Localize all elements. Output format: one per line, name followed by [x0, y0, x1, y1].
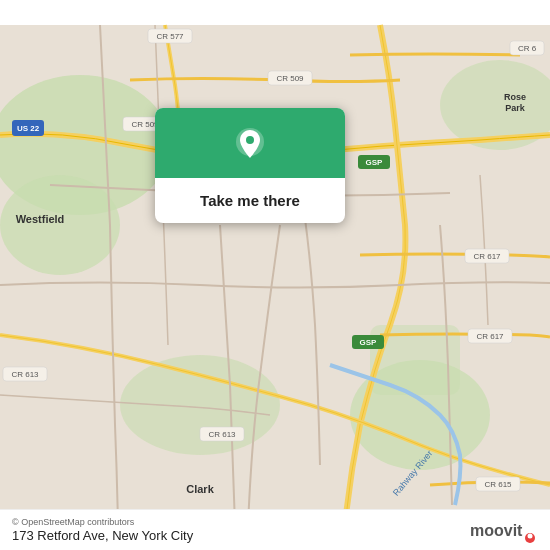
- svg-text:Westfield: Westfield: [16, 213, 65, 225]
- svg-point-42: [528, 534, 533, 539]
- svg-text:CR 613: CR 613: [11, 370, 39, 379]
- svg-text:CR 509: CR 509: [276, 74, 304, 83]
- popup-green-header: [155, 108, 345, 178]
- svg-text:CR 615: CR 615: [484, 480, 512, 489]
- bottom-bar: © OpenStreetMap contributors 173 Retford…: [0, 509, 550, 550]
- svg-point-2: [0, 175, 120, 275]
- svg-text:CR 613: CR 613: [208, 430, 236, 439]
- svg-text:moovit: moovit: [470, 522, 523, 539]
- location-popup: Take me there: [155, 108, 345, 223]
- location-pin-icon: [231, 126, 269, 164]
- svg-text:Rose: Rose: [504, 92, 526, 102]
- svg-text:CR 577: CR 577: [156, 32, 184, 41]
- svg-text:Clark: Clark: [186, 483, 214, 495]
- svg-text:Park: Park: [505, 103, 526, 113]
- map-container: CR 577 US 22 CR 509 CR 509 CR 6 GSP GSP …: [0, 0, 550, 550]
- svg-text:GSP: GSP: [366, 158, 384, 167]
- svg-text:CR 617: CR 617: [476, 332, 504, 341]
- moovit-logo-svg: moovit: [468, 516, 538, 544]
- osm-attribution: © OpenStreetMap contributors: [12, 517, 193, 527]
- svg-point-38: [246, 136, 254, 144]
- take-me-there-button[interactable]: Take me there: [192, 190, 308, 211]
- svg-text:US 22: US 22: [17, 124, 40, 133]
- address-label: 173 Retford Ave, New York City: [12, 528, 193, 543]
- svg-text:CR 6: CR 6: [518, 44, 537, 53]
- svg-text:CR 617: CR 617: [473, 252, 501, 261]
- moovit-logo: moovit: [468, 516, 538, 544]
- bottom-left-info: © OpenStreetMap contributors 173 Retford…: [12, 517, 193, 543]
- svg-text:GSP: GSP: [360, 338, 378, 347]
- map-background: CR 577 US 22 CR 509 CR 509 CR 6 GSP GSP …: [0, 0, 550, 550]
